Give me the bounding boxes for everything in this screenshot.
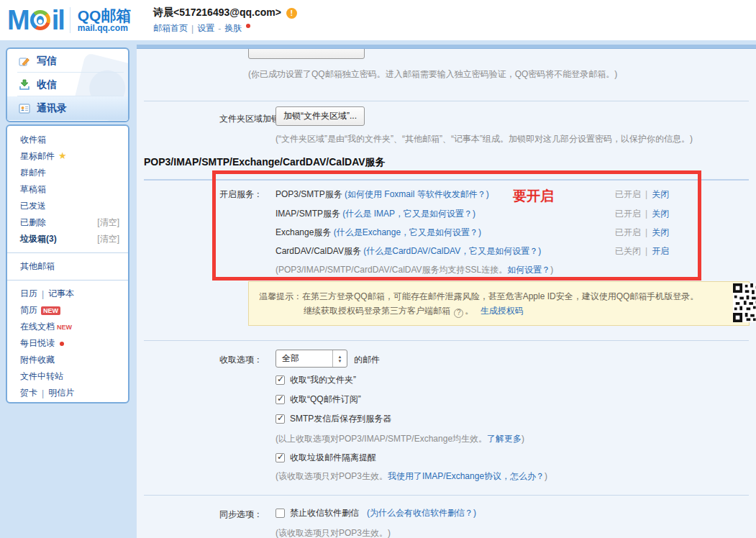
option-label: 收取“QQ邮件订阅” [290, 393, 361, 406]
nav-dash: - [218, 24, 221, 34]
option-qq-subscription: 收取“QQ邮件订阅” [275, 393, 361, 406]
service-name: CardDAV/CalDAV服务 [275, 246, 361, 256]
service-name: Exchange服务 [275, 227, 331, 237]
option-label: SMTP发信后保存到服务器 [290, 413, 391, 425]
qq-subscription-checkbox[interactable] [275, 395, 285, 404]
tip-box: 温馨提示：在第三方登录QQ邮箱，可能存在邮件泄露风险，甚至危害Apple ID安… [248, 281, 750, 326]
sidebar-item-inbox[interactable]: 收件箱 [7, 132, 128, 148]
option-spam-reminder: 收取垃圾邮件隔离提醒 [275, 452, 376, 464]
receive-options-note: (以上收取选项对POP3/IMAP/SMTP/Exchange均生效。了解更多) [275, 433, 524, 445]
qr-code [733, 283, 756, 322]
sidebar-item-online-docs[interactable]: 在线文档 NEW [7, 319, 128, 335]
empty-junk-link[interactable]: [清空] [97, 233, 119, 245]
select-value: 全部 [276, 352, 332, 365]
user-email: 诗晨<517216493@qq.com> [153, 6, 281, 19]
receive-scope-select[interactable]: 全部 ▲▼ [275, 350, 347, 368]
smtp-save-checkbox[interactable] [275, 414, 285, 424]
service-row-pop3: POP3/SMTP服务 (如何使用 Foxmail 等软件收发邮件？) [275, 188, 489, 201]
section-divider [144, 101, 749, 101]
section-title-services: POP3/IMAP/SMTP/Exchange/CardDAV/CalDAV服务 [144, 156, 386, 169]
close-service-link[interactable]: 关闭 [652, 209, 669, 219]
sidebar-item-attachments[interactable]: 附件收藏 [7, 352, 128, 368]
sidebar-item-deleted[interactable]: 已删除[清空] [7, 214, 128, 231]
lock-folder-area-button[interactable]: 加锁“文件夹区域”... [275, 106, 365, 126]
sidebar-item-group-mail[interactable]: 群邮件 [7, 165, 128, 181]
service-help-link[interactable]: (什么是CardDAV/CalDAV，它又是如何设置？) [363, 246, 541, 256]
compose-label: 写信 [37, 55, 57, 68]
generate-auth-code-link[interactable]: 生成授权码 [481, 306, 524, 316]
close-service-link[interactable]: 关闭 [652, 227, 669, 237]
sync-note: (该收取选项只对POP3生效。) [275, 527, 391, 538]
sidebar-folders: 收件箱 星标邮件★ 群邮件 草稿箱 已发送 已删除[清空] 垃圾箱(3)[清空]… [6, 124, 129, 404]
nav-skin[interactable]: 换肤 [224, 22, 242, 35]
status-row-carddav: 已关闭|开启 [615, 245, 669, 257]
sidebar-item-file-transfer[interactable]: 文件中转站 [7, 368, 128, 385]
receive-label: 收信 [37, 78, 57, 91]
sidebar-item-drafts[interactable]: 草稿箱 [7, 181, 128, 198]
card-link[interactable]: 贺卡 [20, 387, 37, 399]
learn-more-link[interactable]: 了解更多 [487, 434, 522, 444]
service-help-link[interactable]: (如何使用 Foxmail 等软件收发邮件？) [345, 189, 489, 199]
star-icon: ★ [58, 150, 67, 161]
service-name: IMAP/SMTP服务 [275, 209, 340, 219]
unread-dot [60, 342, 64, 346]
sidebar-item-sent[interactable]: 已发送 [7, 198, 128, 214]
ssl-how-link[interactable]: 如何设置？ [507, 265, 550, 275]
why-delete-link[interactable]: (为什么会有收信软件删信？) [367, 507, 476, 519]
open-service-link[interactable]: 开启 [652, 246, 669, 256]
sidebar-item-contacts[interactable]: 通讯录 [7, 96, 128, 120]
sidebar-item-resume[interactable]: 简历 NEW [7, 302, 128, 319]
service-name: POP3/SMTP服务 [275, 189, 342, 199]
spam-reminder-checkbox[interactable] [275, 453, 285, 462]
sync-options-label: 同步选项： [219, 509, 263, 521]
tip-line2: 继续获取授权码登录第三方客户端邮箱 [304, 306, 450, 316]
service-help-link[interactable]: (什么是 IMAP，它又是如何设置？) [342, 209, 475, 219]
my-folders-checkbox[interactable] [275, 375, 285, 385]
sidebar-item-daily-read[interactable]: 每日悦读 [7, 335, 128, 352]
nav-mail-home[interactable]: 邮箱首页 [153, 22, 188, 35]
notebook-link[interactable]: 记事本 [48, 288, 74, 300]
penguin-icon [37, 16, 44, 24]
calendar-link[interactable]: 日历 [20, 288, 37, 300]
option-label: 禁止收信软件删信 [290, 507, 359, 519]
option-label: 收取“我的文件夹” [290, 374, 356, 386]
red-annotation-text: 要开启 [513, 187, 554, 206]
forbid-delete-checkbox[interactable] [275, 509, 285, 518]
section-divider [144, 340, 749, 341]
sidebar-item-receive[interactable]: 收信 [7, 73, 128, 96]
new-badge: NEW [41, 306, 60, 315]
status-text: 已开启 [615, 189, 641, 199]
service-help-link[interactable]: (什么是Exchange，它又是如何设置？) [334, 227, 481, 237]
option-smtp-save: SMTP发信后保存到服务器 [275, 413, 391, 425]
tip-label: 温馨提示： [259, 291, 302, 301]
service-row-carddav: CardDAV/CalDAV服务 (什么是CardDAV/CalDAV，它又是如… [275, 245, 541, 257]
sidebar-item-compose[interactable]: 写信 [7, 49, 128, 73]
qqmail-logo[interactable]: M il QQ邮箱 mail.qq.com [7, 4, 131, 36]
sidebar-item-other-mailbox[interactable]: 其他邮箱 [7, 258, 128, 275]
empty-deleted-link[interactable]: [清空] [97, 216, 119, 229]
close-service-link[interactable]: 关闭 [652, 189, 669, 199]
option-forbid-delete: 禁止收信软件删信 (为什么会有收信软件删信？) [275, 507, 476, 519]
status-row-imap: 已开启|关闭 [615, 208, 669, 220]
brand-domain: mail.qq.com [78, 24, 132, 33]
imap-exchange-help-link[interactable]: 我使用了IMAP/Exchange协议，怎么办？ [388, 471, 545, 481]
nav-separator: | [191, 24, 193, 34]
sidebar-item-calendar-notebook: 日历 | 记事本 [7, 286, 128, 302]
password-success-note: (你已成功设置了QQ邮箱独立密码。进入邮箱需要输入独立密码验证，QQ密码将不能登… [248, 68, 617, 81]
sidebar-item-starred[interactable]: 星标邮件★ [7, 148, 128, 165]
services-label: 开启服务： [219, 188, 263, 201]
receive-mail-icon [19, 79, 30, 91]
tip-line1: 在第三方登录QQ邮箱，可能存在邮件泄露风险，甚至危害Apple ID安全，建议使… [302, 291, 698, 301]
postcard-link[interactable]: 明信片 [48, 387, 74, 399]
sidebar-item-junk[interactable]: 垃圾箱(3)[清空] [7, 231, 128, 247]
status-row-exchange: 已开启|关闭 [615, 227, 669, 239]
panel-top-bar [137, 45, 756, 49]
title-underline [144, 179, 749, 181]
logo-divider [70, 7, 70, 33]
help-icon[interactable]: ? [454, 309, 463, 318]
logo-ring-icon [30, 10, 50, 30]
account-warning-icon[interactable]: ! [286, 8, 297, 19]
option-label: 收取垃圾邮件隔离提醒 [290, 452, 376, 464]
sidebar-divider [7, 252, 128, 253]
nav-settings[interactable]: 设置 [197, 22, 214, 35]
